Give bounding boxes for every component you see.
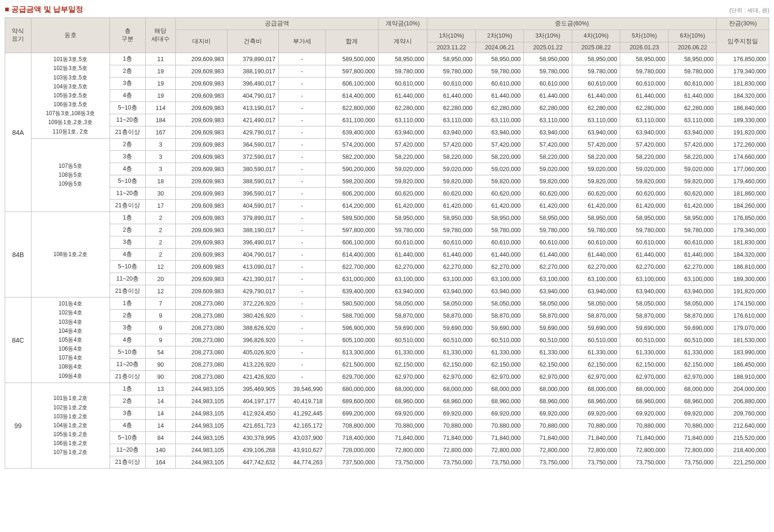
- tax-cell: -: [278, 139, 325, 151]
- count-cell: 140: [145, 444, 176, 456]
- count-cell: 14: [145, 420, 176, 432]
- mid3-cell: 59,820,000: [524, 175, 572, 188]
- mid3-cell: 60,510,000: [524, 334, 572, 346]
- floor-cell: 2층: [110, 224, 145, 236]
- mid6-cell: 63,940,000: [668, 285, 717, 297]
- land-cell: 208,273,080: [176, 359, 227, 371]
- tax-cell: -: [278, 285, 325, 297]
- floor-cell: 11~20층: [110, 273, 145, 285]
- sum-cell: 639,400,000: [326, 126, 378, 139]
- count-cell: 54: [145, 346, 176, 359]
- balance-cell: 183,990,000: [717, 346, 769, 359]
- mid5-cell: 57,420,000: [620, 139, 669, 151]
- count-cell: 14: [145, 395, 176, 407]
- mid5-cell: 62,270,000: [620, 261, 669, 273]
- count-cell: 2: [145, 236, 176, 249]
- tax-cell: -: [278, 371, 325, 383]
- table-row: 84B108동1호,2호1층2209,609,983379,890,017-58…: [5, 212, 769, 224]
- mid1-cell: 62,280,000: [427, 102, 476, 114]
- count-cell: 2: [145, 249, 176, 261]
- mid6-cell: 62,280,000: [668, 102, 717, 114]
- mid2-cell: 69,920,000: [475, 407, 524, 420]
- land-cell: 244,983,105: [176, 420, 227, 432]
- mid4-cell: 60,620,000: [572, 188, 620, 200]
- build-cell: 396,490,017: [227, 236, 278, 249]
- mid1-cell: 62,970,000: [427, 371, 476, 383]
- build-cell: 380,426,920: [227, 310, 278, 322]
- deposit-cell: 62,270,000: [378, 261, 427, 273]
- mid3-cell: 62,270,000: [524, 261, 572, 273]
- mid2-cell: 68,000,000: [475, 383, 524, 395]
- mid3-cell: 63,940,000: [524, 285, 572, 297]
- mid3-cell: 60,610,000: [524, 78, 572, 90]
- mid1-cell: 60,510,000: [427, 334, 476, 346]
- tax-cell: -: [278, 78, 325, 90]
- sum-cell: 718,400,000: [326, 432, 378, 444]
- floor-cell: 2층: [110, 395, 145, 407]
- mid5-cell: 59,820,000: [620, 175, 669, 188]
- table-body: 84A101동3호,5호102동3호,5호103동3호,5호104동3호,5호1…: [5, 53, 769, 469]
- hdr-mid1-date: 2023.11.22: [427, 42, 476, 53]
- table-row: 4층14244,983,105421,651,72342,165,172708,…: [5, 420, 769, 432]
- mid4-cell: 69,920,000: [572, 407, 620, 420]
- sum-cell: 629,700,000: [326, 371, 378, 383]
- mid2-cell: 58,950,000: [475, 53, 524, 65]
- balance-cell: 179,070,000: [717, 322, 769, 334]
- sum-cell: 590,200,000: [326, 163, 378, 175]
- deposit-cell: 61,440,000: [378, 249, 427, 261]
- table-row: 3층2209,609,983396,490,017-606,100,00060,…: [5, 236, 769, 249]
- build-cell: 439,106,268: [227, 444, 278, 456]
- mid2-cell: 68,960,000: [475, 395, 524, 407]
- mid4-cell: 62,280,000: [572, 102, 620, 114]
- balance-cell: 184,320,000: [717, 249, 769, 261]
- balance-cell: 174,150,000: [717, 297, 769, 310]
- mid3-cell: 61,440,000: [524, 90, 572, 102]
- mid5-cell: 58,050,000: [620, 297, 669, 310]
- count-cell: 2: [145, 224, 176, 236]
- mid1-cell: 68,960,000: [427, 395, 476, 407]
- land-cell: 208,273,080: [176, 334, 227, 346]
- land-cell: 209,609,983: [176, 236, 227, 249]
- mid1-cell: 61,420,000: [427, 200, 476, 212]
- table-row: 2층2209,609,983388,190,017-597,800,00059,…: [5, 224, 769, 236]
- tax-cell: 42,165,172: [278, 420, 325, 432]
- mid6-cell: 61,440,000: [668, 249, 717, 261]
- deposit-cell: 58,870,000: [378, 310, 427, 322]
- mid2-cell: 61,330,000: [475, 346, 524, 359]
- mid1-cell: 58,950,000: [427, 212, 476, 224]
- floor-cell: 4층: [110, 249, 145, 261]
- table-row: 5~10층18209,609,983388,590,017-598,200,00…: [5, 175, 769, 188]
- tax-cell: 39,546,990: [278, 383, 325, 395]
- mid6-cell: 62,270,000: [668, 261, 717, 273]
- mid2-cell: 62,280,000: [475, 102, 524, 114]
- deposit-cell: 72,800,000: [378, 444, 427, 456]
- mid6-cell: 60,620,000: [668, 188, 717, 200]
- tax-cell: 40,419,718: [278, 395, 325, 407]
- deposit-cell: 68,960,000: [378, 395, 427, 407]
- mid2-cell: 63,100,000: [475, 273, 524, 285]
- balance-cell: 191,820,000: [717, 285, 769, 297]
- mid1-cell: 62,150,000: [427, 359, 476, 371]
- build-cell: 404,197,177: [227, 395, 278, 407]
- mid4-cell: 59,820,000: [572, 175, 620, 188]
- mid6-cell: 71,840,000: [668, 432, 717, 444]
- mid4-cell: 63,940,000: [572, 126, 620, 139]
- mid1-cell: 63,940,000: [427, 285, 476, 297]
- count-cell: 90: [145, 359, 176, 371]
- count-cell: 9: [145, 322, 176, 334]
- mid3-cell: 58,050,000: [524, 297, 572, 310]
- mid1-cell: 72,800,000: [427, 444, 476, 456]
- hdr-land: 대지비: [176, 30, 227, 53]
- land-cell: 209,609,983: [176, 175, 227, 188]
- balance-cell: 176,850,000: [717, 212, 769, 224]
- mid4-cell: 57,420,000: [572, 139, 620, 151]
- deposit-cell: 62,280,000: [378, 102, 427, 114]
- tax-cell: -: [278, 212, 325, 224]
- deposit-cell: 59,780,000: [378, 65, 427, 78]
- table-row: 21층이상17209,609,983404,590,017-614,200,00…: [5, 200, 769, 212]
- tax-cell: -: [278, 310, 325, 322]
- sum-cell: 574,200,000: [326, 139, 378, 151]
- mid1-cell: 69,920,000: [427, 407, 476, 420]
- mid6-cell: 58,220,000: [668, 151, 717, 163]
- mid1-cell: 60,620,000: [427, 188, 476, 200]
